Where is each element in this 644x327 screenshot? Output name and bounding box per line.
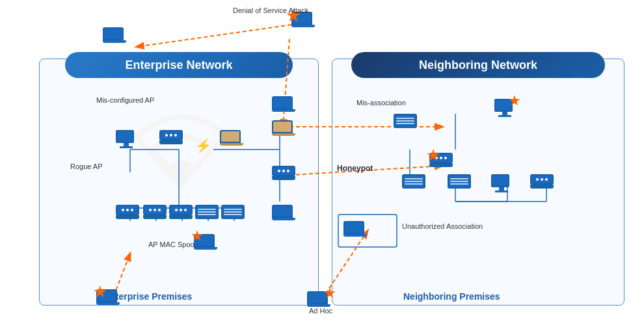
enterprise-header-label: Enterprise Network	[125, 59, 232, 72]
svg-line-19	[137, 25, 291, 47]
neighboring-section	[332, 59, 624, 306]
honeypot-router	[429, 153, 453, 167]
enterprise-server-2	[221, 205, 245, 223]
mis-configured-ap-label: Mis-configured AP	[96, 96, 154, 104]
enterprise-router-1	[159, 130, 183, 144]
neighboring-server-bottom-2	[448, 174, 471, 192]
neighboring-premises-label: Neighboring Premises	[403, 291, 500, 302]
unauthorized-laptop	[343, 221, 367, 238]
rogue-ap-label: Rogue AP	[70, 163, 103, 170]
enterprise-central-router	[272, 166, 295, 180]
neighboring-router-bottom	[530, 174, 554, 189]
neighboring-desktop-bottom	[491, 174, 512, 192]
enterprise-switch-1	[116, 205, 139, 219]
unauthorized-association-label: Unauthorized Association	[402, 222, 483, 230]
enterprise-server-1	[195, 205, 219, 223]
neighboring-header-label: Neighboring Network	[419, 59, 537, 72]
enterprise-device-2	[220, 130, 243, 147]
enterprise-laptop-top2	[272, 120, 295, 137]
enterprise-switch-2	[143, 205, 167, 219]
neighboring-server-bottom-1	[402, 174, 425, 192]
enterprise-section	[39, 59, 319, 306]
enterprise-device-1	[116, 130, 137, 148]
spoofing-laptop	[194, 234, 217, 251]
dos-label: Denial of Service Attack	[233, 7, 308, 14]
enterprise-switch-3	[169, 205, 193, 219]
bottom-left-laptop	[96, 289, 120, 306]
adhoc-laptop	[307, 291, 330, 308]
enterprise-bottom-laptop	[272, 205, 295, 222]
neighboring-server-top	[394, 114, 417, 132]
dos-attacker-laptop	[103, 27, 126, 44]
adhoc-label: Ad Hoc	[309, 307, 332, 315]
mis-association-label: Mis-association	[356, 99, 406, 107]
main-diagram: Enterprise Network Neighboring Network	[0, 0, 644, 327]
neighboring-desktop-top	[494, 99, 515, 117]
lightning-bolt: ⚡	[195, 138, 211, 153]
honeypot-label: Honeypot	[337, 164, 373, 173]
neighboring-network-header: Neighboring Network	[351, 52, 605, 78]
enterprise-network-header: Enterprise Network	[65, 52, 293, 78]
enterprise-laptop-top	[272, 96, 295, 113]
